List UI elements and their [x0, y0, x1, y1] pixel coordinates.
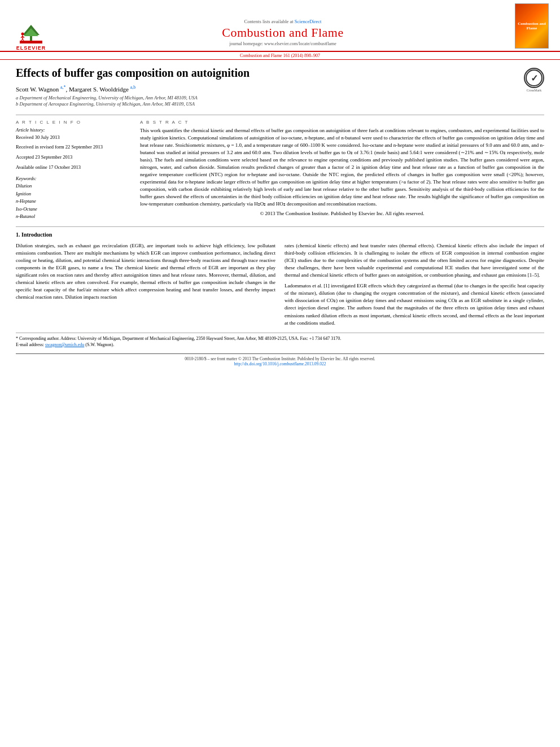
citation-text: Combustion and Flame 161 (2014) 898–907	[240, 53, 320, 58]
elsevier-logo: ELSEVIER	[11, 20, 51, 51]
intro-paragraph-3: Ladommatos et al. [1] investigated EGR e…	[285, 282, 544, 326]
affiliations: a Department of Mechanical Engineering, …	[16, 95, 518, 107]
divider-1	[16, 115, 544, 115]
keyword-ignition: Ignition	[16, 190, 129, 198]
citation-bar: Combustion and Flame 161 (2014) 898–907	[0, 52, 560, 60]
footnotes: * Corresponding author. Address: Univers…	[16, 333, 544, 348]
header-left: ELSEVIER	[11, 20, 51, 51]
page-wrapper: ELSEVIER Contents lists available at Sci…	[0, 0, 560, 372]
intro-paragraph-1: Dilution strategies, such as exhaust gas…	[16, 242, 275, 301]
received-date: Received 30 July 2013	[16, 134, 129, 141]
divider-2	[16, 226, 544, 227]
revised-date: Received in revised form 22 September 20…	[16, 144, 129, 151]
main-text-columns: Dilution strategies, such as exhaust gas…	[16, 242, 544, 327]
elsevier-wordmark: ELSEVIER	[16, 45, 46, 51]
email-attribution: (S.W. Wagnon).	[85, 342, 114, 347]
article-info-header: A R T I C L E I N F O	[16, 120, 129, 125]
header-center: Contents lists available at ScienceDirec…	[51, 19, 515, 51]
contents-text: Contents lists available at	[244, 19, 294, 24]
info-abstract-section: A R T I C L E I N F O Article history: R…	[16, 120, 544, 221]
abstract-text: This work quantifies the chemical kineti…	[140, 127, 544, 218]
copyright-line: © 2013 The Combustion Institute. Publish…	[140, 210, 544, 217]
keywords-label: Keywords:	[16, 176, 129, 181]
doi-link[interactable]: http://dx.doi.org/10.1016/j.combustflame…	[234, 361, 326, 366]
article-title: Effects of buffer gas composition on aut…	[16, 65, 518, 80]
keyword-isooctane: Iso-Octane	[16, 206, 129, 213]
crossmark-icon: ✓	[524, 68, 544, 88]
abstract-column: A B S T R A C T This work quantifies the…	[140, 120, 544, 221]
abstract-body: This work quantifies the chemical kineti…	[140, 128, 544, 207]
homepage-text: journal homepage: www.elsevier.com/locat…	[229, 41, 336, 46]
footer-issn: 0010-2180/$ – see front matter © 2013 Th…	[16, 356, 544, 361]
keyword-butanol: n-Butanol	[16, 213, 129, 221]
intro-title: 1. Introduction	[16, 231, 544, 238]
accepted-date: Accepted 23 September 2013	[16, 154, 129, 161]
svg-point-4	[21, 33, 24, 36]
corresponding-footnote: * Corresponding author. Address: Univers…	[16, 335, 544, 342]
crossmark-badge: ✓ CrossMark	[524, 68, 544, 88]
contents-line: Contents lists available at ScienceDirec…	[51, 19, 515, 24]
introduction-section: 1. Introduction Dilution strategies, suc…	[16, 231, 544, 327]
crossmark-label: CrossMark	[524, 89, 544, 92]
email-link[interactable]: swagnon@umich.edu	[45, 342, 84, 347]
affiliation-b: b Department of Aerospace Engineering, U…	[16, 101, 518, 107]
keywords-list: Dilution Ignition n-Heptane Iso-Octane n…	[16, 182, 129, 221]
intro-title-text: Introduction	[21, 231, 52, 238]
cover-title-text: Combustion and Flame	[518, 21, 546, 31]
intro-number: 1.	[16, 231, 20, 238]
main-col-right: rates (chemical kinetic effects) and hea…	[285, 242, 544, 327]
page-footer: 0010-2180/$ – see front matter © 2013 Th…	[16, 353, 544, 366]
header-right: Combustion and Flame	[515, 3, 549, 49]
journal-header: ELSEVIER Contents lists available at Sci…	[0, 0, 560, 52]
keyword-dilution: Dilution	[16, 182, 129, 190]
history-label: Article history:	[16, 127, 129, 134]
article-info-column: A R T I C L E I N F O Article history: R…	[16, 120, 129, 221]
authors-line: Scott W. Wagnon a,*, Margaret S. Wooldri…	[16, 85, 518, 93]
svg-line-9	[23, 39, 24, 41]
journal-homepage: journal homepage: www.elsevier.com/locat…	[51, 41, 515, 46]
keyword-heptane: n-Heptane	[16, 198, 129, 206]
article-body: Effects of buffer gas composition on aut…	[0, 60, 560, 372]
footer-doi: http://dx.doi.org/10.1016/j.combustflame…	[16, 361, 544, 366]
main-col-left: Dilution strategies, such as exhaust gas…	[16, 242, 275, 327]
keywords-section: Keywords: Dilution Ignition n-Heptane Is…	[16, 176, 129, 221]
journal-title: Combustion and Flame	[51, 25, 515, 40]
sciencedirect-link[interactable]: ScienceDirect	[295, 19, 322, 24]
affiliation-a: a Department of Mechanical Engineering, …	[16, 95, 518, 101]
email-label: E-mail address:	[16, 342, 45, 347]
journal-cover-image: Combustion and Flame	[515, 3, 549, 49]
elsevier-tree-icon	[17, 24, 45, 45]
svg-rect-0	[20, 41, 42, 43]
intro-paragraph-2: rates (chemical kinetic effects) and hea…	[285, 242, 544, 279]
available-date: Available online 17 October 2013	[16, 164, 129, 171]
svg-text:✓: ✓	[531, 73, 538, 83]
email-footnote: E-mail address: swagnon@umich.edu (S.W. …	[16, 342, 544, 348]
abstract-header: A B S T R A C T	[140, 120, 544, 125]
authors-text: Scott W. Wagnon a,*, Margaret S. Wooldri…	[16, 86, 135, 93]
article-history: Article history: Received 30 July 2013 R…	[16, 127, 129, 171]
